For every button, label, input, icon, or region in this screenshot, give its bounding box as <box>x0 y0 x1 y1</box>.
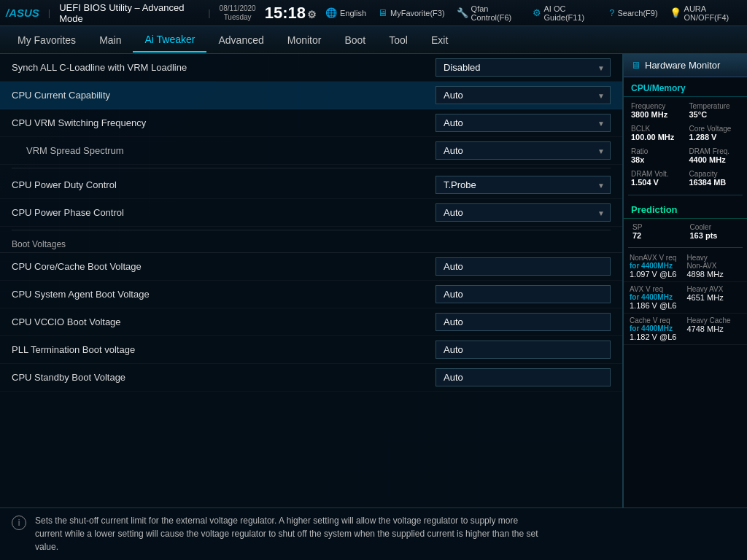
pred-divider <box>628 247 743 248</box>
myfavorite-label: MyFavorite(F3) <box>390 9 445 18</box>
hw-cpu-memory-title: CPU/Memory <box>624 77 747 97</box>
top-row-dropdown[interactable]: Disabled <box>436 58 611 77</box>
input-cpu-standby[interactable] <box>436 368 611 386</box>
input-pll-term[interactable] <box>436 341 611 359</box>
asus-logo: /ASUS <box>6 7 39 19</box>
top-row-label: Synch ALL C-Loadline with VRM Loadline <box>12 62 187 73</box>
hw-bclk: BCLK 100.00 MHz <box>628 122 685 144</box>
dropdown-cpu-vrm-switch[interactable]: Auto <box>436 114 611 132</box>
hw-dram-volt: DRAM Volt. 1.504 V <box>628 168 685 189</box>
nav-advanced[interactable]: Advanced <box>206 28 275 52</box>
ctrl-cpu-power-phase: Auto <box>436 203 611 222</box>
input-cpu-sys-agent[interactable] <box>436 285 611 303</box>
prediction-title: Prediction <box>624 198 747 219</box>
nav-bar: My Favorites Main Ai Tweaker Advanced Mo… <box>0 26 747 54</box>
label-cpu-vrm-switch: CPU VRM Switching Frequency <box>12 117 146 128</box>
search-control[interactable]: ? Search(F9) <box>609 7 657 18</box>
nav-exit[interactable]: Exit <box>419 28 460 52</box>
divider-2 <box>12 230 611 230</box>
row-cpu-sys-agent: CPU System Agent Boot Voltage <box>0 281 622 308</box>
dropdown-vrm-spread[interactable]: Auto <box>436 141 611 160</box>
bios-title: UEFI BIOS Utility – Advanced Mode <box>59 2 199 24</box>
top-row-control: Disabled <box>436 58 611 77</box>
divider-1 <box>12 168 611 168</box>
pred-sp-cooler: SP 72 Cooler 163 pts <box>624 219 747 244</box>
ctrl-cpu-vccio <box>436 313 611 331</box>
ctrl-pll-term <box>436 341 611 359</box>
ctrl-cpu-core-cache <box>436 257 611 276</box>
qfan-icon: 🔧 <box>457 7 468 18</box>
hardware-monitor-panel: 🖥 Hardware Monitor CPU/Memory Frequency … <box>623 54 747 508</box>
label-vrm-spread: VRM Spread Spectrum <box>12 145 124 156</box>
pred-cache: Cache V req for 4400MHz 1.182 V @L6 Heav… <box>624 314 747 345</box>
hw-temperature: Temperature 35°C <box>686 100 743 121</box>
qfan-label: Qfan Control(F6) <box>471 4 521 22</box>
ctrl-cpu-vrm-switch: Auto <box>436 114 611 132</box>
label-cpu-vccio: CPU VCCIO Boot Voltage <box>12 316 121 327</box>
myfavorite-control[interactable]: 🖥 MyFavorite(F3) <box>378 7 445 18</box>
hw-monitor-title: 🖥 Hardware Monitor <box>624 54 747 77</box>
row-cpu-vrm-switch: CPU VRM Switching Frequency Auto <box>0 109 622 137</box>
aura-label: AURA ON/OFF(F4) <box>684 4 741 22</box>
row-vrm-spread: VRM Spread Spectrum Auto <box>0 137 622 165</box>
label-cpu-power-phase: CPU Power Phase Control <box>12 207 124 218</box>
hw-core-voltage: Core Voltage 1.288 V <box>686 122 743 144</box>
input-cpu-core-cache[interactable] <box>436 257 611 276</box>
nav-ai-tweaker[interactable]: Ai Tweaker <box>133 28 206 52</box>
aioc-label: AI OC Guide(F11) <box>544 4 598 22</box>
myfavorite-icon: 🖥 <box>378 7 387 18</box>
row-cpu-core-cache: CPU Core/Cache Boot Voltage <box>0 253 622 281</box>
row-cpu-current-cap: CPU Current Capability Auto <box>0 82 622 109</box>
label-cpu-standby: CPU Standby Boot Voltage <box>12 372 125 383</box>
hw-ratio: Ratio 38x <box>628 145 685 166</box>
language-control[interactable]: 🌐 English <box>325 7 366 18</box>
nav-monitor[interactable]: Monitor <box>276 28 333 52</box>
info-icon: i <box>12 516 26 530</box>
input-cpu-vccio[interactable] <box>436 313 611 331</box>
qfan-control[interactable]: 🔧 Qfan Control(F6) <box>457 4 521 22</box>
nav-boot[interactable]: Boot <box>333 28 377 52</box>
aioc-control[interactable]: ⚙ AI OC Guide(F11) <box>533 4 598 22</box>
label-cpu-core-cache: CPU Core/Cache Boot Voltage <box>12 261 142 272</box>
ctrl-vrm-spread: Auto <box>436 141 611 160</box>
ctrl-cpu-sys-agent <box>436 285 611 303</box>
info-text: Sets the shut-off current limit for the … <box>35 514 538 560</box>
dropdown-cpu-power-duty[interactable]: T.Probe <box>436 176 611 194</box>
aioc-icon: ⚙ <box>533 7 541 18</box>
aura-icon: 💡 <box>670 7 681 18</box>
label-cpu-power-duty: CPU Power Duty Control <box>12 179 117 190</box>
pred-avx: AVX V req for 4400MHz 1.186 V @L6 Heavy … <box>624 282 747 314</box>
hw-dram-freq: DRAM Freq. 4400 MHz <box>686 145 743 166</box>
hw-cpu-memory-grid: Frequency 3800 MHz Temperature 35°C BCLK… <box>624 97 747 192</box>
time-display: 15:18⚙ <box>265 5 317 21</box>
datetime-display: 08/11/2020 Tuesday <box>220 4 256 22</box>
nav-favorites[interactable]: My Favorites <box>6 28 88 52</box>
row-cpu-power-phase: CPU Power Phase Control Auto <box>0 199 622 227</box>
language-label: English <box>340 9 366 18</box>
aura-control[interactable]: 💡 AURA ON/OFF(F4) <box>670 4 741 22</box>
row-pll-term: PLL Termination Boot voltage <box>0 336 622 364</box>
search-icon: ? <box>609 7 614 18</box>
header-controls: 🌐 English 🖥 MyFavorite(F3) 🔧 Qfan Contro… <box>325 4 741 22</box>
label-pll-term: PLL Termination Boot voltage <box>12 344 135 355</box>
pred-nonavx: NonAVX V req for 4400MHz 1.097 V @L6 Hea… <box>624 251 747 282</box>
language-icon: 🌐 <box>325 7 337 18</box>
label-cpu-sys-agent: CPU System Agent Boot Voltage <box>12 289 150 300</box>
top-row: Synch ALL C-Loadline with VRM Loadline D… <box>0 54 622 82</box>
ctrl-cpu-current-cap: Auto <box>436 86 611 104</box>
nav-main[interactable]: Main <box>88 28 133 52</box>
hw-monitor-title-text: Hardware Monitor <box>645 60 720 71</box>
nav-tool[interactable]: Tool <box>377 28 419 52</box>
header: /ASUS | UEFI BIOS Utility – Advanced Mod… <box>0 0 747 26</box>
monitor-icon: 🖥 <box>631 60 640 71</box>
ctrl-cpu-standby <box>436 368 611 386</box>
hw-capacity: Capacity 16384 MB <box>686 168 743 189</box>
hw-frequency: Frequency 3800 MHz <box>628 100 685 121</box>
search-label: Search(F9) <box>618 9 658 18</box>
ctrl-cpu-power-duty: T.Probe <box>436 176 611 194</box>
boot-voltages-header: Boot Voltages <box>0 233 622 253</box>
row-cpu-power-duty: CPU Power Duty Control T.Probe <box>0 171 622 199</box>
dropdown-cpu-power-phase[interactable]: Auto <box>436 203 611 222</box>
dropdown-cpu-current-cap[interactable]: Auto <box>436 86 611 104</box>
hw-divider <box>628 195 743 195</box>
